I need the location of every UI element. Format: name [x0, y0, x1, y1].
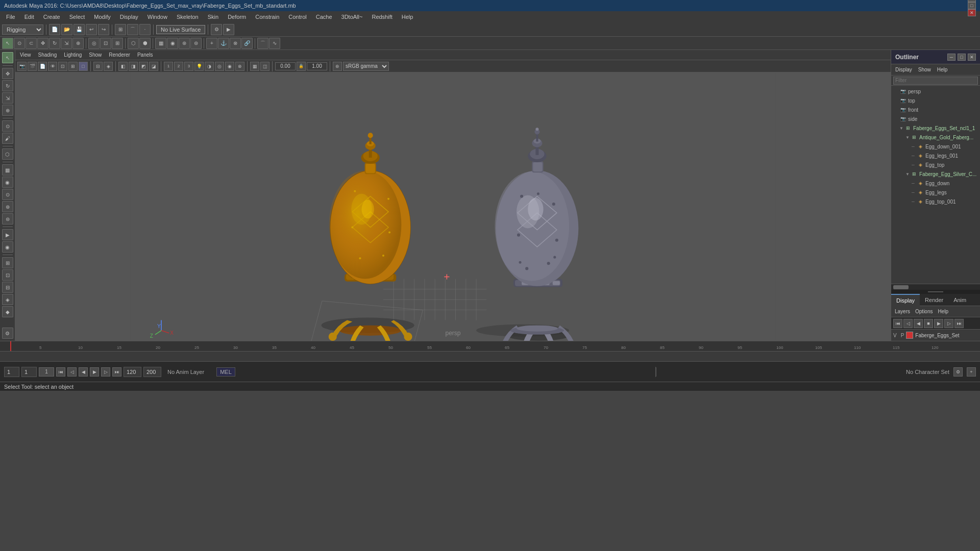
- display-tool[interactable]: ◆: [2, 306, 13, 317]
- tree-item-faberge-set[interactable]: ▼ ⊞ Faberge_Eggs_Set_ncl1_1: [891, 123, 980, 133]
- tree-item-antique-gold[interactable]: ▼ ⊞ Antique_Gold_Faberg...: [891, 133, 980, 142]
- end-frame-field[interactable]: [124, 367, 141, 377]
- vp-shade1-btn[interactable]: ◧: [118, 62, 128, 71]
- universal-manip-btn[interactable]: ⊕: [72, 38, 84, 49]
- mode-dropdown[interactable]: Rigging Animation Modeling Rendering: [2, 24, 43, 35]
- soft-select-btn[interactable]: ◎: [88, 38, 100, 49]
- tree-item-front[interactable]: 📷 front: [891, 105, 980, 114]
- grid-tool[interactable]: ⊡: [2, 269, 13, 281]
- menu-skeleton[interactable]: Skeleton: [173, 13, 203, 21]
- ipr-tool[interactable]: ◉: [2, 241, 13, 253]
- lasso-tool[interactable]: ⊙: [2, 120, 13, 132]
- scale-tool[interactable]: ⇲: [2, 92, 13, 104]
- bend-btn[interactable]: ⌒: [257, 38, 268, 49]
- vp-eye-btn[interactable]: 👁: [48, 62, 57, 71]
- render-tab[interactable]: Render: [920, 294, 948, 306]
- vp-mode1-btn[interactable]: ⊡: [58, 62, 67, 71]
- snap-point-tool[interactable]: ◉: [2, 177, 13, 188]
- outliner-minimize-btn[interactable]: ─: [947, 54, 955, 61]
- coord-y-field[interactable]: [307, 62, 327, 70]
- select-tool[interactable]: ↖: [2, 52, 13, 63]
- outliner-help-menu[interactable]: Help: [935, 67, 950, 72]
- char-set-btn2[interactable]: +: [967, 367, 976, 377]
- char-set-btn1[interactable]: ⚙: [953, 367, 963, 377]
- smooth-tool[interactable]: ◈: [2, 294, 13, 305]
- bottom-tool[interactable]: ⚙: [2, 328, 13, 339]
- menu-file[interactable]: File: [2, 13, 19, 21]
- undo-btn[interactable]: ↩: [86, 24, 97, 35]
- timeline-area[interactable]: 5 10 15 20 25 30 35 40 45 50 55 60 65 70…: [0, 341, 980, 361]
- gamma-dropdown[interactable]: sRGB gamma Linear: [343, 62, 389, 71]
- display-tab[interactable]: Display: [891, 294, 920, 306]
- skip-back-btn[interactable]: ⏮: [893, 319, 902, 328]
- show-manip-tool[interactable]: ⬡: [2, 148, 13, 160]
- snap-grid-tool[interactable]: ▦: [2, 164, 13, 176]
- vp-mode3-btn[interactable]: □: [79, 62, 88, 71]
- paint-weights-btn[interactable]: ⊜: [190, 38, 202, 49]
- wire-tool[interactable]: ⊟: [2, 282, 13, 293]
- bottom-step-fwd[interactable]: ▷: [101, 367, 110, 377]
- outliner-scroll-thumb[interactable]: [893, 285, 909, 289]
- hide-manip-btn[interactable]: ⬢: [139, 38, 151, 49]
- play-back-btn[interactable]: ◀: [914, 319, 923, 328]
- bottom-skip-fwd[interactable]: ⏭: [112, 367, 121, 377]
- rotate-tool[interactable]: ↻: [2, 80, 13, 91]
- menu-select[interactable]: Select: [65, 13, 89, 21]
- skip-fwd-btn[interactable]: ⏭: [954, 319, 964, 328]
- vp-res1-btn[interactable]: 1: [164, 62, 173, 71]
- view-menu[interactable]: View: [17, 52, 34, 58]
- panels-menu[interactable]: Panels: [135, 52, 156, 58]
- vp-shade4-btn[interactable]: ◪: [149, 62, 158, 71]
- scale-btn[interactable]: ⇲: [61, 38, 72, 49]
- snap-live-btn[interactable]: ▦: [155, 38, 166, 49]
- snap-surface-tool[interactable]: ⊙: [2, 189, 13, 200]
- tree-item-egg-top-001[interactable]: ─ ◈ Egg_top_001: [891, 197, 980, 206]
- tree-item-persp[interactable]: 📷 persp: [891, 87, 980, 96]
- new-file-btn[interactable]: 📄: [49, 24, 60, 35]
- vp-mode2-btn[interactable]: ⊞: [68, 62, 78, 71]
- show-menu[interactable]: Show: [86, 52, 104, 58]
- vp-aa-btn[interactable]: ⊗: [235, 62, 244, 71]
- maximize-button[interactable]: □: [968, 2, 976, 9]
- menu-skin[interactable]: Skin: [204, 13, 223, 21]
- plus-btn[interactable]: +: [206, 38, 217, 49]
- vp-dof-btn[interactable]: ◉: [225, 62, 234, 71]
- select-tool-btn[interactable]: ↖: [2, 38, 13, 49]
- universal-tool[interactable]: ⊕: [2, 105, 13, 116]
- play-stop-btn[interactable]: ■: [924, 319, 933, 328]
- paint-tool[interactable]: 🖌: [2, 133, 13, 144]
- close-button[interactable]: ✕: [968, 9, 976, 16]
- paint-select-btn[interactable]: ⊂: [26, 38, 37, 49]
- soft-mod-btn[interactable]: ◉: [167, 38, 178, 49]
- ik-handle-btn[interactable]: 🔗: [241, 38, 253, 49]
- vp-hud-btn[interactable]: ◫: [260, 62, 270, 71]
- redo-btn[interactable]: ↪: [98, 24, 109, 35]
- vp-wire-btn[interactable]: ⊟: [93, 62, 103, 71]
- outliner-scrollbar[interactable]: [891, 284, 980, 290]
- menu-cache[interactable]: Cache: [312, 13, 336, 21]
- menu-edit[interactable]: Edit: [20, 13, 38, 21]
- render-btn[interactable]: ▶: [223, 24, 234, 35]
- viewport-3d[interactable]: Y X Z persp: [15, 72, 891, 341]
- vp-cam-btn[interactable]: 📷: [17, 62, 27, 71]
- outliner-show-menu[interactable]: Show: [916, 67, 933, 72]
- bottom-skip-back[interactable]: ⏮: [56, 367, 65, 377]
- tree-item-egg-down[interactable]: ─ ◈ Egg_down: [891, 179, 980, 188]
- vp-grid-btn[interactable]: ▦: [250, 62, 259, 71]
- vp-shade3-btn[interactable]: ◩: [139, 62, 148, 71]
- bottom-play-back[interactable]: ◀: [79, 367, 88, 377]
- vp-shadow-btn[interactable]: ◑: [205, 62, 214, 71]
- tree-item-side[interactable]: 📷 side: [891, 114, 980, 123]
- lasso-select-btn[interactable]: ⊙: [14, 38, 25, 49]
- snap-curve-btn[interactable]: ⌒: [127, 24, 138, 35]
- snap-view-tool[interactable]: ⊛: [2, 201, 13, 212]
- shading-menu[interactable]: Shading: [36, 52, 60, 58]
- joint-btn[interactable]: ⊗: [230, 38, 241, 49]
- tree-item-egg-legs-001[interactable]: ─ ◈ Egg_legs_001: [891, 151, 980, 160]
- move-tool[interactable]: ✥: [2, 68, 13, 79]
- br-help-menu[interactable]: Help: [936, 309, 950, 314]
- step-fwd-btn[interactable]: ▷: [944, 319, 953, 328]
- bottom-step-back[interactable]: ◁: [67, 367, 77, 377]
- menu-control[interactable]: Control: [284, 13, 310, 21]
- tree-item-egg-top[interactable]: ─ ◈ Egg_top: [891, 160, 980, 169]
